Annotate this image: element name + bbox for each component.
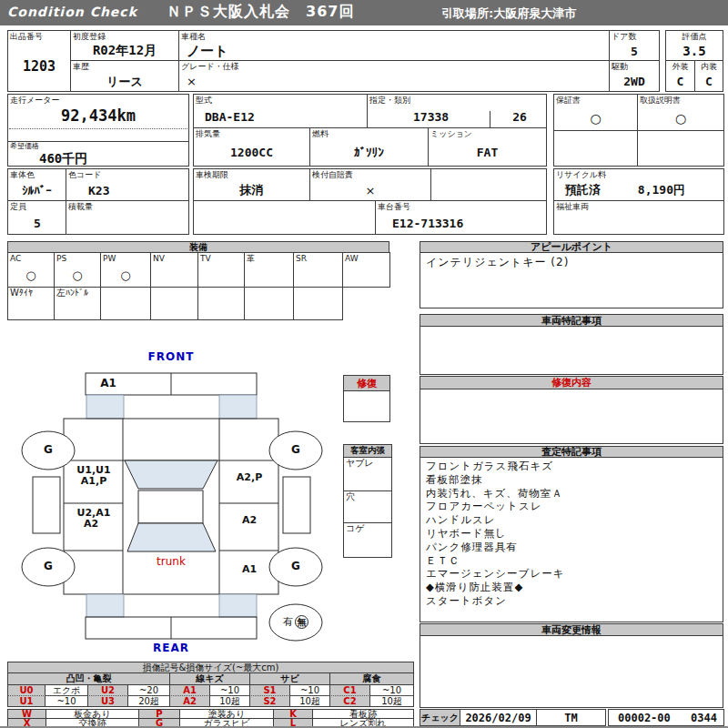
load-capacity-value: [66, 212, 188, 234]
change-info-title: 車両変更情報: [420, 623, 723, 636]
mark-left-front-line2: A1,P: [64, 476, 124, 487]
assessment-line: 内装汚れ、キズ、荷物室Ａ: [420, 487, 723, 500]
vin-value: E12-713316: [376, 212, 546, 234]
fuel-label: 燃料: [310, 128, 428, 139]
legend-desc-a2: 10超: [209, 695, 250, 707]
doors-cell: ドア数 5: [609, 30, 660, 61]
wheel-rear-left: G: [22, 561, 75, 572]
class-type-cell: 指定・類別 17338 26: [367, 94, 547, 128]
blank-cell-2: [193, 200, 376, 235]
insurance-value: ×: [310, 180, 430, 200]
equipment-value-pw: ○: [101, 264, 150, 287]
recycle-fee-cell: リサイクル料 預託済 8,190円: [553, 168, 724, 201]
vehicle-notes-body: [420, 326, 723, 375]
equipment-cell-leather: 革: [244, 252, 294, 288]
legend-desc-u1: ~10: [45, 695, 88, 707]
equipment-label-aw: AW: [343, 253, 389, 264]
model-name-cell: 車種名 ノート: [178, 30, 610, 61]
equipment-cell-ps: PS ○: [54, 252, 101, 288]
mark-left-rear-line2: A2: [64, 519, 124, 530]
equipment-extra-cell-1: Wﾀｲﾔ: [7, 287, 55, 320]
interior-grade-label: 内装: [695, 61, 723, 72]
exterior-grade-value: C: [666, 72, 694, 91]
score-cell: 評価点 3.5: [665, 30, 723, 61]
mark-left-rear-panel: U2,A1A2: [64, 508, 124, 530]
assessment-line: ◆横滑り防止装置◆: [420, 581, 723, 594]
capacity-value: 5: [8, 212, 66, 234]
shaken-value: 抹消: [194, 180, 309, 200]
spare-absent-circled: 無: [295, 615, 308, 629]
check-label: チェック: [420, 709, 460, 726]
legend-code-u3: U3: [87, 695, 128, 707]
exterior-grade-label: 外装: [666, 61, 694, 72]
wheel-front-right: G: [269, 444, 322, 456]
lot-number-label: 出品番号: [8, 31, 70, 42]
legend-desc-s2: 10超: [289, 695, 330, 707]
mark-front-bumper: A1: [88, 378, 128, 389]
class-type-label: 指定・類別: [368, 95, 546, 106]
recycle-amount-value: 8,190円: [638, 182, 685, 198]
equipment-label-leather: 革: [245, 253, 293, 264]
price-cell: 希望価格 460千円: [7, 141, 189, 167]
model-code-label: 型式: [194, 95, 367, 106]
transmission-value: FAT: [429, 139, 546, 166]
lot-number-value: 1203: [8, 42, 70, 91]
insurance-cell: 検付自賠責 ×: [309, 168, 431, 201]
body-color-cell: 車体色 ｼﾙﾊﾞｰ: [7, 168, 66, 201]
equipment-extra-cell-3: [100, 287, 151, 320]
capacity-cell: 定員 5: [7, 200, 66, 235]
equipment-label-ac: AC: [8, 253, 54, 264]
doors-value: 5: [610, 42, 659, 60]
equipment-cell-nv: NV: [150, 252, 198, 288]
recycle-fee-label: リサイクル料: [554, 169, 723, 180]
legend-desc-c2: 10超: [369, 695, 414, 707]
equipment-value-aw: [343, 264, 389, 287]
manual-label: 取扱説明書: [638, 95, 723, 106]
interior-grade-value: C: [695, 72, 723, 91]
equipment-cell-ac: AC ○: [7, 252, 55, 288]
equipment-label-ps: PS: [55, 253, 100, 264]
equipment-cell-pw: PW ○: [100, 252, 151, 288]
equipment-extra-lhd: 左ﾊﾝﾄﾞﾙ: [55, 288, 100, 298]
equipment-extra-cell-5: [197, 287, 245, 320]
assessment-line: フロアカーペットスレ: [420, 500, 723, 513]
recycle-fee-values: 預託済 8,190円: [554, 180, 723, 200]
check-inspector-cell: TM: [536, 709, 606, 726]
equipment-cell-sr: SR: [293, 252, 343, 288]
wheel-front-left: G: [22, 444, 75, 456]
grade-label: グレード・仕様: [179, 61, 609, 72]
equipment-label-tv: TV: [198, 253, 244, 264]
drive-value: 2WD: [610, 72, 659, 91]
mark-left-front-panel: U1,U1A1,P: [64, 465, 124, 487]
car-outline-drawing: [0, 350, 419, 660]
warranty-cell: 保証書 ○: [553, 94, 638, 131]
vin-label: 車台番号: [376, 201, 546, 212]
mark-right-front-panel: A2,P: [219, 471, 279, 483]
auction-title: ＮＰＳ大阪入札会 367回: [167, 3, 354, 22]
rear-direction-label: REAR: [146, 642, 197, 654]
check-inspector-value: TM: [537, 710, 605, 725]
capacity-label: 定員: [8, 201, 66, 212]
grade-cell: グレード・仕様 ×: [178, 60, 610, 92]
trunk-label: trunk: [136, 556, 206, 568]
body-color-value: ｼﾙﾊﾞｰ: [8, 180, 66, 200]
welfare-value: [554, 212, 723, 234]
equipment-extra-cell-7: [293, 287, 343, 320]
first-registration-value: R02年12月: [71, 42, 178, 60]
assessment-line: ＥＴＣ: [420, 554, 723, 568]
model-code-value: DBA-E12: [194, 106, 367, 127]
score-label: 評価点: [666, 31, 723, 42]
legend-desc-u3: 20超: [127, 695, 170, 707]
interior-grade-cell: 内装 C: [694, 60, 723, 92]
shaken-cell: 車検期限 抹消: [193, 168, 310, 201]
equipment-extra-cell-2: 左ﾊﾝﾄﾞﾙ: [54, 287, 101, 320]
transmission-label: ミッション: [429, 128, 546, 139]
first-registration-cell: 初度登録 R02年12月: [70, 30, 179, 61]
history-value: リース: [71, 72, 178, 91]
color-code-label: 色コード: [66, 169, 188, 180]
warranty-circle: ○: [554, 106, 637, 130]
assessment-line: リヤボード無し: [420, 527, 723, 541]
appeal-body: インテリジェントキー (2): [420, 252, 723, 308]
shaken-label: 車検期限: [194, 169, 309, 180]
equipment-extra-wtire: Wﾀｲﾔ: [8, 288, 54, 298]
